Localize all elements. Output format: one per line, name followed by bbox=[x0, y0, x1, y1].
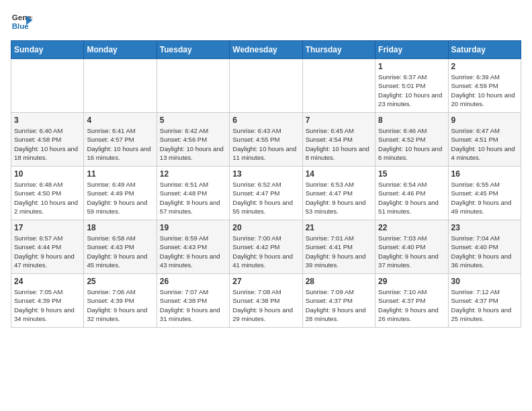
calendar-cell: 1Sunrise: 6:37 AM Sunset: 5:01 PM Daylig… bbox=[375, 59, 448, 113]
calendar-cell: 6Sunrise: 6:43 AM Sunset: 4:55 PM Daylig… bbox=[230, 113, 302, 167]
day-number: 9 bbox=[451, 116, 518, 125]
day-info: Sunrise: 7:03 AM Sunset: 4:40 PM Dayligh… bbox=[378, 234, 445, 269]
calendar-cell: 19Sunrise: 6:59 AM Sunset: 4:43 PM Dayli… bbox=[157, 220, 229, 274]
day-number: 29 bbox=[378, 277, 445, 286]
calendar-cell: 14Sunrise: 6:53 AM Sunset: 4:47 PM Dayli… bbox=[302, 167, 375, 220]
day-info: Sunrise: 6:40 AM Sunset: 4:58 PM Dayligh… bbox=[14, 126, 81, 162]
day-number: 20 bbox=[232, 223, 299, 232]
day-number: 21 bbox=[306, 223, 372, 232]
day-info: Sunrise: 6:54 AM Sunset: 4:46 PM Dayligh… bbox=[378, 180, 445, 216]
day-info: Sunrise: 6:43 AM Sunset: 4:55 PM Dayligh… bbox=[232, 126, 299, 162]
calendar-cell: 25Sunrise: 7:06 AM Sunset: 4:39 PM Dayli… bbox=[84, 274, 157, 328]
day-number: 11 bbox=[87, 169, 153, 179]
day-number: 26 bbox=[160, 277, 226, 286]
day-number: 19 bbox=[160, 223, 226, 232]
day-number: 28 bbox=[306, 277, 372, 286]
calendar-cell: 10Sunrise: 6:48 AM Sunset: 4:50 PM Dayli… bbox=[11, 167, 84, 220]
calendar-cell bbox=[84, 59, 157, 113]
day-info: Sunrise: 7:04 AM Sunset: 4:40 PM Dayligh… bbox=[451, 234, 518, 269]
day-info: Sunrise: 6:47 AM Sunset: 4:51 PM Dayligh… bbox=[451, 126, 518, 162]
day-info: Sunrise: 7:10 AM Sunset: 4:37 PM Dayligh… bbox=[378, 287, 445, 323]
calendar-cell: 29Sunrise: 7:10 AM Sunset: 4:37 PM Dayli… bbox=[375, 274, 448, 328]
day-info: Sunrise: 6:51 AM Sunset: 4:48 PM Dayligh… bbox=[160, 180, 226, 216]
calendar-cell: 4Sunrise: 6:41 AM Sunset: 4:57 PM Daylig… bbox=[84, 113, 157, 167]
day-info: Sunrise: 6:45 AM Sunset: 4:54 PM Dayligh… bbox=[306, 126, 372, 162]
calendar-cell: 23Sunrise: 7:04 AM Sunset: 4:40 PM Dayli… bbox=[448, 220, 521, 274]
day-number: 30 bbox=[451, 277, 518, 286]
calendar-cell: 30Sunrise: 7:12 AM Sunset: 4:37 PM Dayli… bbox=[448, 274, 521, 328]
day-number: 8 bbox=[378, 116, 445, 125]
calendar-cell: 17Sunrise: 6:57 AM Sunset: 4:44 PM Dayli… bbox=[11, 220, 84, 274]
day-number: 7 bbox=[306, 116, 372, 125]
calendar-cell: 20Sunrise: 7:00 AM Sunset: 4:42 PM Dayli… bbox=[230, 220, 302, 274]
day-info: Sunrise: 7:09 AM Sunset: 4:37 PM Dayligh… bbox=[306, 287, 372, 323]
calendar-cell: 24Sunrise: 7:05 AM Sunset: 4:39 PM Dayli… bbox=[11, 274, 84, 328]
day-number: 3 bbox=[14, 116, 81, 125]
calendar-cell: 7Sunrise: 6:45 AM Sunset: 4:54 PM Daylig… bbox=[302, 113, 375, 167]
calendar-cell bbox=[302, 59, 375, 113]
day-info: Sunrise: 6:55 AM Sunset: 4:45 PM Dayligh… bbox=[451, 180, 518, 216]
day-number: 2 bbox=[451, 62, 518, 71]
day-number: 16 bbox=[451, 169, 518, 179]
calendar-cell: 28Sunrise: 7:09 AM Sunset: 4:37 PM Dayli… bbox=[302, 274, 375, 328]
day-info: Sunrise: 6:59 AM Sunset: 4:43 PM Dayligh… bbox=[160, 234, 226, 269]
day-number: 12 bbox=[160, 169, 226, 179]
calendar-cell: 11Sunrise: 6:49 AM Sunset: 4:49 PM Dayli… bbox=[84, 167, 157, 220]
day-number: 22 bbox=[378, 223, 445, 232]
calendar-cell: 2Sunrise: 6:39 AM Sunset: 4:59 PM Daylig… bbox=[448, 59, 521, 113]
day-info: Sunrise: 6:41 AM Sunset: 4:57 PM Dayligh… bbox=[87, 126, 153, 162]
day-number: 23 bbox=[451, 223, 518, 232]
day-info: Sunrise: 6:37 AM Sunset: 5:01 PM Dayligh… bbox=[378, 73, 445, 108]
calendar-cell bbox=[157, 59, 229, 113]
calendar-cell: 13Sunrise: 6:52 AM Sunset: 4:47 PM Dayli… bbox=[230, 167, 302, 220]
calendar-cell: 18Sunrise: 6:58 AM Sunset: 4:43 PM Dayli… bbox=[84, 220, 157, 274]
day-info: Sunrise: 6:57 AM Sunset: 4:44 PM Dayligh… bbox=[14, 234, 81, 269]
day-info: Sunrise: 6:42 AM Sunset: 4:56 PM Dayligh… bbox=[160, 126, 226, 162]
day-number: 14 bbox=[306, 169, 372, 179]
weekday-header: Thursday bbox=[302, 41, 375, 59]
day-number: 15 bbox=[378, 169, 445, 179]
weekday-header: Sunday bbox=[11, 41, 84, 59]
day-info: Sunrise: 6:49 AM Sunset: 4:49 PM Dayligh… bbox=[87, 180, 153, 216]
calendar-cell: 16Sunrise: 6:55 AM Sunset: 4:45 PM Dayli… bbox=[448, 167, 521, 220]
calendar-cell: 5Sunrise: 6:42 AM Sunset: 4:56 PM Daylig… bbox=[157, 113, 229, 167]
day-number: 18 bbox=[87, 223, 153, 232]
day-number: 1 bbox=[378, 62, 445, 71]
day-info: Sunrise: 7:00 AM Sunset: 4:42 PM Dayligh… bbox=[232, 234, 299, 269]
day-info: Sunrise: 7:07 AM Sunset: 4:38 PM Dayligh… bbox=[160, 287, 226, 323]
day-info: Sunrise: 7:12 AM Sunset: 4:37 PM Dayligh… bbox=[451, 287, 518, 323]
day-info: Sunrise: 7:06 AM Sunset: 4:39 PM Dayligh… bbox=[87, 287, 153, 323]
day-number: 24 bbox=[14, 277, 81, 286]
day-info: Sunrise: 6:53 AM Sunset: 4:47 PM Dayligh… bbox=[306, 180, 372, 216]
calendar-cell: 9Sunrise: 6:47 AM Sunset: 4:51 PM Daylig… bbox=[448, 113, 521, 167]
weekday-header: Wednesday bbox=[230, 41, 302, 59]
calendar-cell: 15Sunrise: 6:54 AM Sunset: 4:46 PM Dayli… bbox=[375, 167, 448, 220]
day-number: 5 bbox=[160, 116, 226, 125]
weekday-header: Saturday bbox=[448, 41, 521, 59]
calendar-cell bbox=[230, 59, 302, 113]
day-info: Sunrise: 6:52 AM Sunset: 4:47 PM Dayligh… bbox=[232, 180, 299, 216]
calendar-cell: 26Sunrise: 7:07 AM Sunset: 4:38 PM Dayli… bbox=[157, 274, 229, 328]
page-header: General Blue bbox=[11, 11, 521, 32]
calendar-cell: 21Sunrise: 7:01 AM Sunset: 4:41 PM Dayli… bbox=[302, 220, 375, 274]
calendar-cell: 8Sunrise: 6:46 AM Sunset: 4:52 PM Daylig… bbox=[375, 113, 448, 167]
day-info: Sunrise: 7:05 AM Sunset: 4:39 PM Dayligh… bbox=[14, 287, 81, 323]
day-number: 17 bbox=[14, 223, 81, 232]
calendar-cell bbox=[11, 59, 84, 113]
day-info: Sunrise: 7:08 AM Sunset: 4:38 PM Dayligh… bbox=[232, 287, 299, 323]
logo-icon: General Blue bbox=[11, 11, 32, 32]
day-info: Sunrise: 7:01 AM Sunset: 4:41 PM Dayligh… bbox=[306, 234, 372, 269]
day-info: Sunrise: 6:48 AM Sunset: 4:50 PM Dayligh… bbox=[14, 180, 81, 216]
day-number: 27 bbox=[232, 277, 299, 286]
calendar-table: SundayMondayTuesdayWednesdayThursdayFrid… bbox=[11, 40, 521, 328]
calendar-cell: 12Sunrise: 6:51 AM Sunset: 4:48 PM Dayli… bbox=[157, 167, 229, 220]
calendar-cell: 22Sunrise: 7:03 AM Sunset: 4:40 PM Dayli… bbox=[375, 220, 448, 274]
day-number: 6 bbox=[232, 116, 299, 125]
weekday-header: Monday bbox=[84, 41, 157, 59]
day-number: 13 bbox=[232, 169, 299, 179]
logo: General Blue bbox=[11, 11, 32, 32]
day-number: 10 bbox=[14, 169, 81, 179]
day-number: 4 bbox=[87, 116, 153, 125]
weekday-header: Friday bbox=[375, 41, 448, 59]
weekday-header: Tuesday bbox=[157, 41, 229, 59]
